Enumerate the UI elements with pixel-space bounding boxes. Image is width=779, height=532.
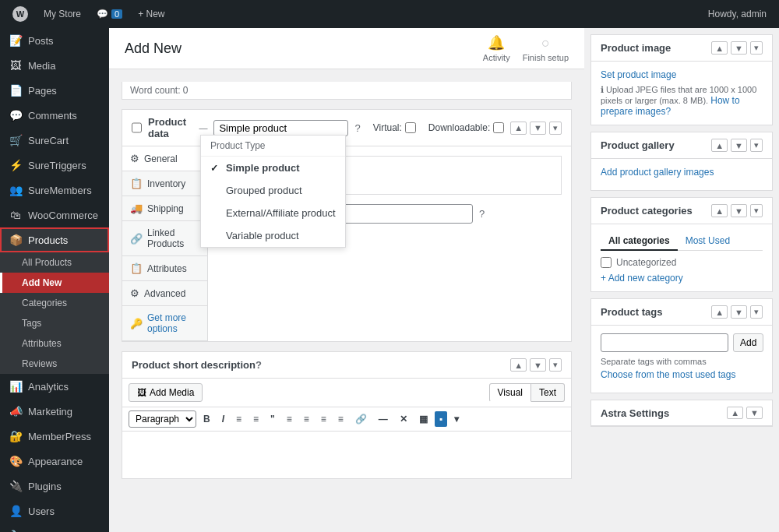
tab-attributes[interactable]: 📋 Attributes (122, 256, 207, 281)
sidebar-item-pages[interactable]: 📄 Pages (0, 78, 109, 103)
sidebar-item-comments[interactable]: 💬 Comments (0, 103, 109, 128)
product-gallery-up-btn[interactable]: ▲ (711, 139, 728, 152)
dropdown-external-product[interactable]: External/Affiliate product (201, 202, 345, 224)
astra-settings-up-btn[interactable]: ▲ (727, 407, 743, 419)
sidebar-item-plugins[interactable]: 🔌 Plugins (0, 474, 109, 499)
howdy-item[interactable]: Howdy, admin (702, 0, 773, 28)
panel-down-btn[interactable]: ▼ (530, 122, 546, 135)
sidebar-item-media[interactable]: 🖼 Media (0, 53, 109, 78)
sidebar-item-products[interactable]: 📦 Products (0, 227, 109, 252)
sidebar-subitem-all-products[interactable]: All Products (0, 252, 109, 273)
short-desc-help-icon[interactable]: ? (256, 359, 262, 371)
finish-setup-button[interactable]: ○ Finish setup (523, 35, 569, 62)
tag-input[interactable] (601, 333, 728, 352)
paragraph-select[interactable]: Paragraph (129, 410, 196, 428)
product-categories-up-btn[interactable]: ▲ (711, 204, 728, 217)
align-center-button[interactable]: ≡ (299, 411, 314, 427)
panel-toggle-btn[interactable]: ▾ (549, 122, 562, 135)
comment-item[interactable]: 💬 0 (90, 0, 129, 28)
astra-settings-down-btn[interactable]: ▼ (746, 407, 763, 419)
more-button[interactable]: ▾ (449, 411, 464, 427)
short-desc-content[interactable] (122, 432, 571, 478)
tag-separator-note: Separate tags with commas (601, 357, 763, 366)
dropdown-grouped-product[interactable]: Grouped product (201, 179, 345, 202)
sidebar-subitem-categories[interactable]: Categories (0, 293, 109, 313)
menu-order-help-icon[interactable]: ? (479, 208, 485, 220)
sidebar-subitem-attributes[interactable]: Attributes (0, 333, 109, 354)
product-tags-up-btn[interactable]: ▲ (711, 305, 728, 319)
highlight-button[interactable]: ▪ (435, 411, 447, 427)
tab-advanced[interactable]: ⚙ Advanced (122, 281, 207, 306)
short-desc-down-btn[interactable]: ▼ (530, 358, 546, 372)
panel-up-btn[interactable]: ▲ (510, 122, 527, 135)
product-image-up-btn[interactable]: ▲ (711, 41, 728, 55)
ordered-list-button[interactable]: ≡ (249, 411, 263, 427)
sidebar-item-label-marketing: Marketing (28, 406, 72, 417)
virtual-checkbox[interactable] (405, 122, 416, 133)
add-media-button[interactable]: 🖼 Add Media (129, 383, 203, 402)
short-desc-toggle-btn[interactable]: ▾ (549, 358, 562, 372)
product-tags-down-btn[interactable]: ▼ (731, 305, 747, 319)
product-data-checkbox[interactable] (132, 122, 142, 133)
tab-general[interactable]: ⚙ General (122, 146, 207, 171)
wp-logo-item[interactable]: W (6, 0, 34, 28)
dropdown-simple-product[interactable]: ✓ Simple product (201, 157, 345, 179)
product-categories-down-btn[interactable]: ▼ (731, 204, 747, 217)
bold-button[interactable]: B (199, 411, 215, 427)
visual-tab[interactable]: Visual (489, 383, 531, 402)
product-image-toggle-btn[interactable]: ▾ (750, 41, 763, 55)
sidebar-item-memberpress[interactable]: 🔐 MemberPress (0, 424, 109, 449)
sidebar-item-woocommerce[interactable]: 🛍 WooCommerce (0, 203, 109, 227)
link-button[interactable]: 🔗 (351, 411, 372, 427)
choose-tags-link[interactable]: Choose from the most used tags (601, 369, 763, 380)
tab-shipping[interactable]: 🚚 Shipping (122, 196, 207, 221)
unordered-list-button[interactable]: ≡ (231, 411, 246, 427)
add-gallery-images-link[interactable]: Add product gallery images (601, 167, 763, 178)
table-button[interactable]: ▦ (414, 411, 432, 427)
align-justify-button[interactable]: ≡ (333, 411, 348, 427)
sidebar-subitem-reviews[interactable]: Reviews (0, 354, 109, 374)
sidebar-subitem-add-new[interactable]: Add New (0, 273, 109, 293)
sidebar-item-analytics[interactable]: 📊 Analytics (0, 374, 109, 399)
product-gallery-down-btn[interactable]: ▼ (731, 139, 747, 152)
sidebar-item-users[interactable]: 👤 Users (0, 499, 109, 523)
most-used-tab[interactable]: Most Used (678, 232, 738, 250)
downloadable-checkbox[interactable] (493, 122, 504, 133)
product-categories-header: Product categories ▲ ▼ ▾ (591, 198, 772, 224)
sidebar-item-surecart[interactable]: 🛒 SureCart (0, 128, 109, 153)
hr-button[interactable]: — (374, 411, 393, 427)
sidebar-item-tools[interactable]: 🔧 Tools (0, 523, 109, 532)
fullscreen-button[interactable]: ✕ (395, 411, 412, 427)
product-tags-toggle-btn[interactable]: ▾ (750, 305, 763, 319)
align-right-button[interactable]: ≡ (316, 411, 331, 427)
tag-add-button[interactable]: Add (733, 333, 763, 352)
italic-button[interactable]: I (217, 411, 229, 427)
new-item[interactable]: + New (132, 0, 171, 28)
product-gallery-toggle-btn[interactable]: ▾ (750, 139, 763, 152)
sidebar-item-suretriggers[interactable]: ⚡ SureTriggers (0, 153, 109, 178)
align-left-button[interactable]: ≡ (282, 411, 297, 427)
product-type-select[interactable]: Simple product Grouped product External/… (213, 120, 348, 136)
short-desc-up-btn[interactable]: ▲ (510, 358, 527, 372)
sidebar-item-posts[interactable]: 📝 Posts (0, 28, 109, 53)
sidebar-item-suremembers[interactable]: 👥 SureMembers (0, 178, 109, 203)
store-name-item[interactable]: My Store (37, 0, 87, 28)
sidebar-item-appearance[interactable]: 🎨 Appearance (0, 449, 109, 474)
set-product-image-link[interactable]: Set product image (601, 69, 763, 80)
sidebar-subitem-tags[interactable]: Tags (0, 313, 109, 333)
tab-inventory[interactable]: 📋 Inventory (122, 171, 207, 196)
tab-linked-products[interactable]: 🔗 Linked Products (122, 221, 207, 256)
product-tags-controls: ▲ ▼ ▾ (711, 305, 763, 319)
add-new-category-link[interactable]: + Add new category (601, 273, 683, 284)
product-data-help-icon[interactable]: ? (354, 122, 360, 134)
product-categories-toggle-btn[interactable]: ▾ (750, 204, 763, 217)
text-tab[interactable]: Text (531, 383, 565, 402)
product-image-down-btn[interactable]: ▼ (731, 41, 747, 55)
category-checkbox-uncategorized[interactable] (601, 257, 612, 268)
tab-get-more[interactable]: 🔑 Get more options (122, 306, 207, 341)
all-categories-tab[interactable]: All categories (601, 232, 678, 251)
sidebar-item-marketing[interactable]: 📣 Marketing (0, 399, 109, 424)
blockquote-button[interactable]: " (266, 411, 280, 427)
activity-button[interactable]: 🔔 Activity (483, 34, 510, 62)
dropdown-variable-product[interactable]: Variable product (201, 224, 345, 247)
